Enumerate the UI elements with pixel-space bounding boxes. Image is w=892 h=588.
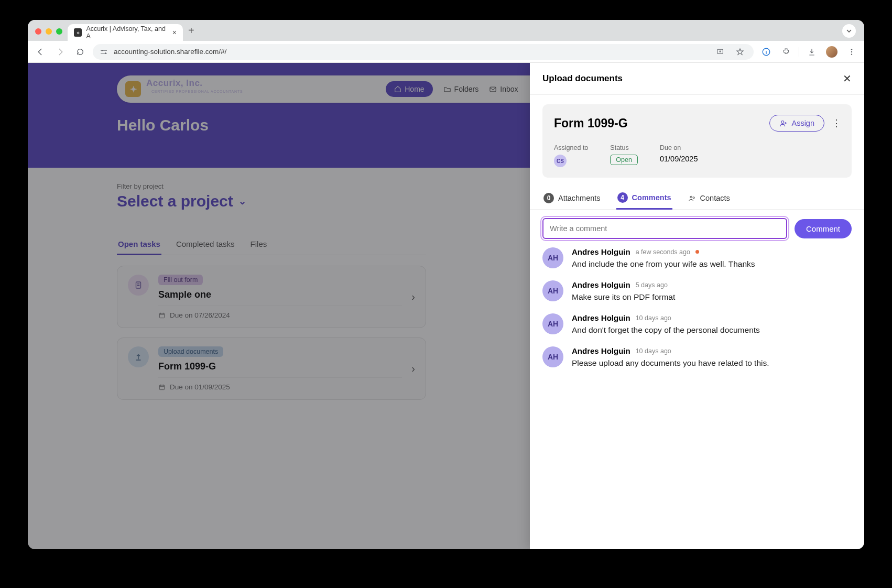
downloads-icon[interactable] (804, 45, 819, 59)
assign-button-label: Assign (791, 119, 814, 127)
site-settings-icon[interactable] (99, 47, 108, 57)
assignee-avatar[interactable]: CS (554, 155, 567, 167)
back-button[interactable] (33, 45, 48, 59)
comment-time: 10 days ago (636, 347, 671, 355)
card-menu-button[interactable]: ⋮ (832, 117, 840, 129)
svg-point-1 (105, 52, 106, 54)
browser-toolbar: accounting-solution.sharefile.com/#/ (28, 41, 864, 63)
browser-tabbar: ⋄ Accurix | Advisory, Tax, and A × + (28, 20, 864, 41)
browser-menu-icon[interactable] (844, 45, 859, 59)
close-panel-button[interactable]: ✕ (843, 72, 852, 85)
contacts-label: Contacts (700, 194, 730, 202)
assign-button[interactable]: Assign (769, 115, 824, 132)
comment-text: Make sure its on PDF format (572, 292, 852, 302)
comment-avatar: AH (542, 346, 563, 367)
comments-count: 4 (617, 192, 628, 203)
window-zoom[interactable] (56, 28, 62, 35)
install-app-icon[interactable] (713, 45, 727, 59)
comment-text: And don't forget the copy of the persona… (572, 325, 852, 335)
extensions-icon[interactable] (779, 45, 793, 59)
tab-close-icon[interactable]: × (172, 28, 177, 37)
comment-item: AHAndres Holguina few seconds agoAnd inc… (542, 247, 852, 269)
panel-tabs: 0 Attachments 4 Comments Contacts (530, 187, 864, 210)
comment-item: AHAndres Holguin10 days agoAnd don't for… (542, 313, 852, 335)
comments-label: Comments (632, 193, 671, 202)
svg-point-11 (781, 121, 784, 123)
task-detail-card: Form 1099-G Assign ⋮ Assigned to CS (542, 104, 852, 178)
comment-submit-button[interactable]: Comment (795, 219, 852, 238)
comment-item: AHAndres Holguin10 days agoPlease upload… (542, 346, 852, 368)
forward-button[interactable] (53, 45, 68, 59)
comment-avatar: AH (542, 247, 563, 268)
panel-title: Upload documents (542, 73, 623, 84)
due-value: 01/09/2025 (660, 155, 698, 163)
bookmark-icon[interactable] (733, 45, 747, 59)
assign-person-icon (779, 119, 787, 127)
svg-point-12 (690, 196, 692, 198)
browser-tab[interactable]: ⋄ Accurix | Advisory, Tax, and A × (68, 24, 183, 41)
due-label: Due on (660, 144, 698, 151)
favicon: ⋄ (74, 28, 82, 37)
comment-author: Andres Holguin (572, 247, 630, 256)
comments-list: AHAndres Holguina few seconds agoAnd inc… (530, 247, 864, 380)
comment-time: 10 days ago (636, 314, 671, 322)
assigned-label: Assigned to (554, 144, 588, 151)
new-indicator-icon (695, 250, 699, 254)
address-url: accounting-solution.sharefile.com/#/ (114, 48, 226, 56)
svg-point-4 (851, 49, 852, 50)
svg-point-13 (693, 197, 694, 198)
tab-comments[interactable]: 4 Comments (616, 187, 672, 210)
tab-attachments[interactable]: 0 Attachments (542, 187, 602, 209)
comment-avatar: AH (542, 313, 563, 334)
side-panel: Upload documents ✕ Form 1099-G Assign ⋮ (530, 63, 864, 549)
svg-point-5 (851, 51, 852, 52)
info-icon[interactable] (759, 45, 774, 59)
comment-time: 5 days ago (636, 281, 668, 289)
comment-input[interactable] (542, 218, 787, 239)
window-close[interactable] (35, 28, 41, 35)
tab-title: Accurix | Advisory, Tax, and A (86, 25, 168, 40)
comment-item: AHAndres Holguin5 days agoMake sure its … (542, 280, 852, 302)
attachments-count: 0 (543, 193, 554, 203)
comment-text: Please upload any documents you have rel… (572, 358, 852, 368)
comment-avatar: AH (542, 280, 563, 301)
card-title: Form 1099-G (554, 116, 628, 130)
address-bar[interactable]: accounting-solution.sharefile.com/#/ (93, 44, 754, 60)
browser-window: ⋄ Accurix | Advisory, Tax, and A × + acc… (28, 20, 864, 549)
comment-author: Andres Holguin (572, 346, 630, 355)
svg-point-0 (101, 50, 103, 51)
contacts-icon (688, 194, 696, 202)
comment-author: Andres Holguin (572, 280, 630, 289)
tab-contacts[interactable]: Contacts (687, 187, 731, 209)
status-label: Status (610, 144, 638, 151)
window-minimize[interactable] (46, 28, 52, 35)
comment-time: a few seconds ago (636, 248, 690, 256)
status-badge: Open (610, 155, 638, 165)
app-viewport: ✦ Accurix, Inc. CERTIFIED PROFESSIONAL A… (28, 63, 864, 549)
reload-button[interactable] (73, 45, 88, 59)
comment-text: And include the one from your wife as we… (572, 259, 852, 269)
svg-point-6 (851, 53, 852, 55)
attachments-label: Attachments (558, 194, 601, 202)
tab-overflow-button[interactable] (842, 24, 856, 38)
profile-avatar[interactable] (824, 45, 839, 59)
new-tab-button[interactable]: + (188, 25, 194, 37)
comment-author: Andres Holguin (572, 313, 630, 322)
